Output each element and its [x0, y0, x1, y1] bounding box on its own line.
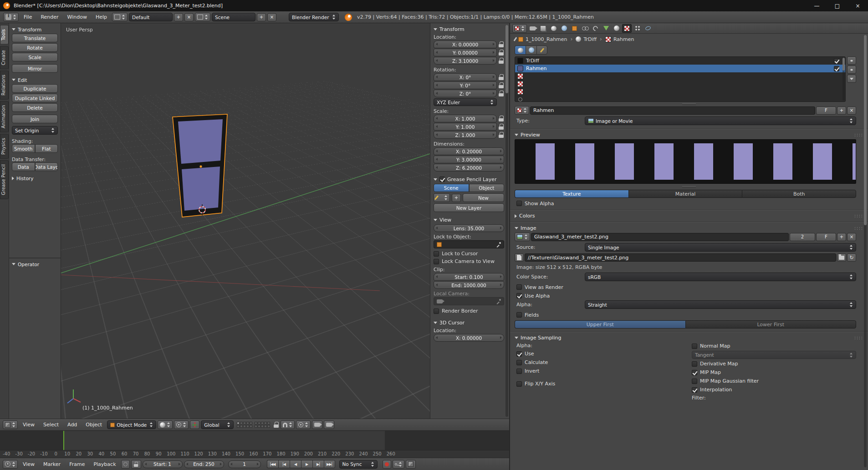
add-layout-button[interactable]: +: [174, 13, 183, 21]
scene-select[interactable]: Scene: [212, 13, 255, 21]
panel-header-image-sampling[interactable]: Image Sampling: [510, 334, 868, 342]
lower-first-button[interactable]: Lower First: [685, 320, 857, 328]
pin-icon[interactable]: [513, 37, 517, 41]
panel-grip-icon[interactable]: [854, 336, 862, 339]
tab-material[interactable]: [612, 24, 621, 33]
properties-scrollbar[interactable]: [864, 35, 867, 467]
scale-button[interactable]: Scale: [12, 53, 58, 61]
snap-toggle[interactable]: [281, 420, 295, 429]
tab-scene[interactable]: [549, 24, 558, 33]
unlink-texture-button[interactable]: ×: [847, 106, 856, 115]
scrollbar-thumb[interactable]: [864, 35, 867, 225]
reload-image-button[interactable]: ↻: [847, 253, 856, 262]
maximize-button[interactable]: □: [827, 0, 848, 11]
viewport-shading-select[interactable]: [158, 420, 173, 429]
panel-header-image[interactable]: Image: [510, 224, 868, 232]
tab-grease-pencil[interactable]: Grease Pencil: [0, 160, 9, 199]
lock-icon[interactable]: [499, 132, 504, 138]
derivative-map-checkbox[interactable]: Derivative Map: [692, 360, 856, 368]
lock-icon[interactable]: [499, 82, 504, 88]
panel-grip-icon[interactable]: [854, 133, 862, 136]
mip-map-checkbox[interactable]: MIP Map: [692, 369, 856, 376]
rotation-z-field[interactable]: Z:0°: [434, 90, 497, 97]
auto-keyframe-toggle[interactable]: [406, 460, 416, 469]
lock-to-scene-icon[interactable]: [274, 422, 279, 428]
location-z-field[interactable]: Z:3.10000: [434, 57, 497, 65]
lock-icon[interactable]: [499, 116, 504, 121]
tab-physics[interactable]: Physics: [0, 134, 9, 159]
delete-button[interactable]: Delete: [12, 103, 58, 112]
panel-header-operator[interactable]: Operator: [12, 260, 58, 268]
texture-type-select[interactable]: Image or Movie: [585, 116, 856, 125]
alpha-calculate-checkbox[interactable]: Calculate: [516, 359, 681, 366]
dimensions-z-field[interactable]: Z:6.20000: [434, 164, 504, 172]
use-alpha-checkbox[interactable]: Use Alpha: [510, 292, 868, 300]
scale-x-field[interactable]: X:1.000: [434, 115, 497, 122]
play-button[interactable]: ▶: [301, 460, 312, 468]
screen-layout-icon-button[interactable]: [112, 13, 128, 21]
render-opengl-button[interactable]: [312, 420, 322, 429]
grease-add-button[interactable]: +: [452, 194, 461, 202]
fake-user-button[interactable]: F: [816, 106, 836, 115]
panel-header-transform[interactable]: Transform: [434, 25, 504, 34]
colorspace-select[interactable]: sRGB: [585, 273, 856, 281]
tab-object[interactable]: [570, 24, 579, 33]
texture-context-brush[interactable]: [536, 45, 547, 55]
panel-header-preview[interactable]: Preview: [510, 131, 868, 139]
tab-world[interactable]: [559, 24, 569, 33]
image-fake-user-button[interactable]: F: [816, 233, 836, 241]
jump-to-start-button[interactable]: |◀◀: [267, 460, 278, 468]
window-menu[interactable]: Window: [64, 13, 91, 21]
image-users-button[interactable]: 2: [790, 233, 815, 241]
cursor-x-field[interactable]: X:0.00000: [434, 334, 504, 342]
location-y-field[interactable]: Y:0.00000: [434, 49, 497, 56]
manipulator-toggle[interactable]: [190, 420, 199, 429]
slot-enable-checkbox[interactable]: [834, 58, 839, 64]
upper-first-button[interactable]: Upper First: [515, 320, 685, 328]
slot-move-down-button[interactable]: [847, 66, 856, 74]
texture-slot-row-selected[interactable]: Rahmen: [515, 65, 845, 72]
tab-texture[interactable]: [622, 24, 632, 33]
shade-flat-button[interactable]: Flat: [35, 144, 58, 153]
location-x-field[interactable]: X:0.00000: [434, 40, 497, 48]
breadcrumb-texture[interactable]: Rahmen: [613, 36, 634, 42]
panel-header-grease-pencil[interactable]: Grease Pencil Layer: [434, 175, 504, 184]
tab-create[interactable]: Create: [0, 46, 9, 69]
new-texture-button[interactable]: +: [837, 106, 846, 115]
scale-y-field[interactable]: Y:1.000: [434, 123, 497, 131]
texture-slot-row[interactable]: TrDiff: [515, 57, 845, 65]
texture-context-material[interactable]: [515, 45, 526, 55]
tab-relations[interactable]: Relations: [0, 71, 9, 100]
show-alpha-checkbox[interactable]: Show Alpha: [510, 199, 868, 207]
normal-map-checkbox[interactable]: Normal Map: [692, 342, 856, 350]
unlink-image-button[interactable]: ×: [847, 233, 856, 241]
preview-resize-grip[interactable]: [682, 186, 696, 188]
mirror-button[interactable]: Mirror: [12, 64, 58, 73]
alpha-invert-checkbox[interactable]: Invert: [516, 367, 681, 375]
mip-map-gaussian-checkbox[interactable]: MIP Map Gaussian filter: [692, 377, 856, 385]
frame-end-field[interactable]: End:250: [184, 460, 224, 468]
browse-texture-button[interactable]: [515, 106, 529, 115]
preview-material-button[interactable]: Material: [628, 190, 742, 198]
scale-z-field[interactable]: Z:1.000: [434, 131, 497, 139]
browse-image-button[interactable]: [515, 232, 530, 241]
lock-frame-range-toggle[interactable]: [131, 460, 141, 469]
editor-type-button-properties[interactable]: [512, 24, 527, 33]
breadcrumb-object[interactable]: 1_1000_Rahmen: [526, 36, 567, 42]
fields-checkbox[interactable]: Fields: [510, 311, 868, 319]
new-layer-button[interactable]: New Layer: [434, 203, 504, 212]
screen-layout-select[interactable]: Default: [129, 13, 173, 21]
scrollbar-thumb[interactable]: [505, 25, 508, 93]
panel-header-colors[interactable]: Colors: [510, 212, 868, 220]
preview-both-button[interactable]: Both: [742, 190, 856, 198]
lens-field[interactable]: Lens:35.000: [434, 224, 504, 232]
layer-group-2[interactable]: [255, 422, 270, 428]
lock-object-picker[interactable]: [434, 240, 504, 248]
lock-icon[interactable]: [499, 74, 504, 80]
pivot-center-select[interactable]: [174, 420, 189, 429]
delete-layout-button[interactable]: ×: [184, 13, 194, 21]
new-image-button[interactable]: +: [837, 233, 846, 241]
n-panel-scrollbar[interactable]: [505, 25, 508, 417]
texture-slot-row-empty[interactable]: [515, 72, 845, 80]
tab-object-data[interactable]: [601, 24, 611, 33]
